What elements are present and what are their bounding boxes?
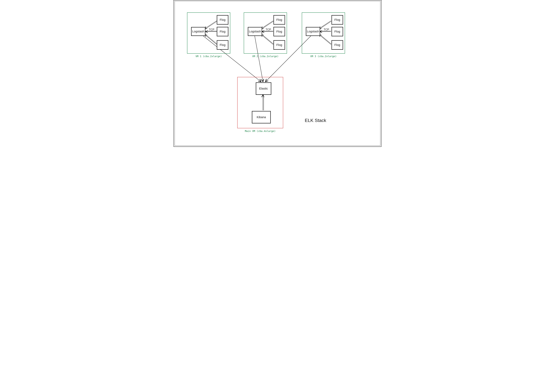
node-label: Flog [220, 18, 226, 22]
kibana-node: Kibana [252, 111, 271, 123]
node-label: Flog [335, 43, 340, 47]
vm2-edge-label: TCP [266, 28, 271, 31]
node-label: Flog [335, 30, 340, 33]
node-label: Logstash [307, 30, 319, 33]
vm1-flog-2: Flog [217, 27, 228, 36]
diagram-title: ELK Stack [305, 118, 326, 123]
elastic-node: Elastic [256, 82, 271, 95]
vm3-flog-2: Flog [331, 27, 343, 36]
node-label: Flog [277, 30, 282, 33]
vm1-edge-label: TCP [209, 28, 214, 31]
node-label: Flog [220, 43, 226, 47]
vm2-flog-3: Flog [273, 40, 285, 50]
vm1-flog-1: Flog [217, 15, 228, 25]
vm1-label: VM 1 (c6a.2xlarge) [187, 55, 230, 58]
node-label: Flog [335, 18, 340, 22]
node-label: Flog [277, 43, 282, 47]
diagram-canvas: Logstash Flog Flog Flog TCP VM 1 (c6a.2x… [174, 0, 381, 147]
vm1-flog-3: Flog [217, 40, 228, 50]
node-label: Elastic [259, 87, 268, 90]
vm3-logstash-node: Logstash [306, 27, 320, 36]
node-label: Flog [220, 30, 226, 33]
main-vm-label: Main VM (c6a.4xlarge) [237, 130, 283, 133]
vm1-logstash-node: Logstash [191, 27, 205, 36]
node-label: Flog [277, 18, 282, 22]
vm3-flog-1: Flog [331, 15, 343, 25]
node-label: Kibana [257, 115, 266, 119]
node-label: Logstash [249, 30, 261, 33]
vm2-label: VM 2 (c6a.2xlarge) [244, 55, 287, 58]
vm2-logstash-node: Logstash [248, 27, 262, 36]
vm2-flog-2: Flog [273, 27, 285, 36]
vm2-flog-1: Flog [273, 15, 285, 25]
vm3-flog-3: Flog [331, 40, 343, 50]
vm3-label: VM 3 (c6a.2xlarge) [302, 55, 345, 58]
vm3-edge-label: TCP [324, 28, 329, 31]
node-label: Logstash [192, 30, 204, 33]
